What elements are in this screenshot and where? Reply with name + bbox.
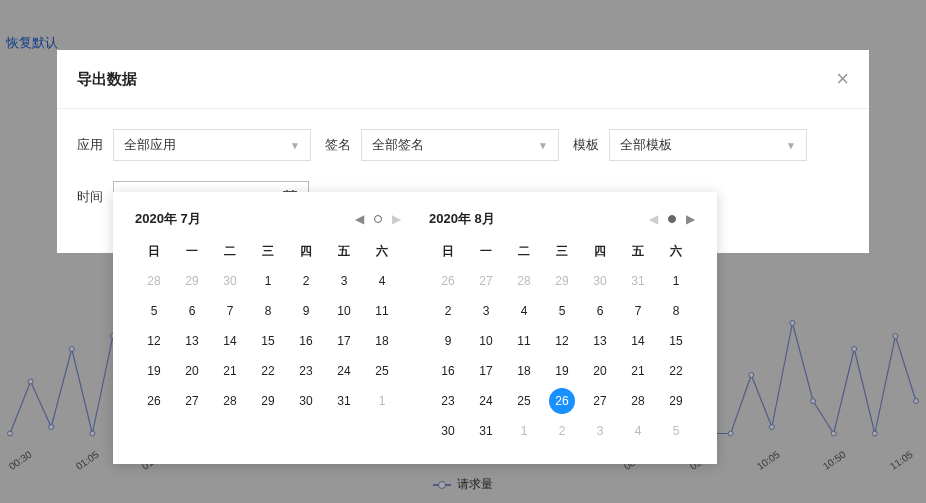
calendar-day[interactable]: 2 [429, 296, 467, 326]
weekday-header: 六 [657, 236, 695, 266]
calendar-day[interactable]: 1 [363, 386, 401, 416]
calendar-day[interactable]: 31 [467, 416, 505, 446]
calendar-day[interactable]: 25 [505, 386, 543, 416]
calendar-day[interactable]: 29 [657, 386, 695, 416]
calendar-day[interactable]: 9 [429, 326, 467, 356]
calendar-day[interactable]: 26 [135, 386, 173, 416]
calendar-day[interactable]: 12 [135, 326, 173, 356]
calendar-day[interactable]: 3 [467, 296, 505, 326]
calendar-day[interactable]: 5 [543, 296, 581, 326]
calendar-day[interactable]: 18 [505, 356, 543, 386]
calendar-day[interactable]: 18 [363, 326, 401, 356]
sign-select[interactable]: 全部签名 ▼ [361, 129, 559, 161]
calendar-day[interactable]: 14 [211, 326, 249, 356]
calendar-popup: 2020年 7月 ◀ ▶ 日一二三四五六28293012345678910111… [113, 192, 717, 464]
tpl-select[interactable]: 全部模板 ▼ [609, 129, 807, 161]
calendar-day[interactable]: 17 [467, 356, 505, 386]
cal-right-grid: 日一二三四五六262728293031123456789101112131415… [423, 236, 701, 446]
calendar-day[interactable]: 8 [249, 296, 287, 326]
calendar-day[interactable]: 9 [287, 296, 325, 326]
calendar-day[interactable]: 16 [429, 356, 467, 386]
calendar-day[interactable]: 2 [543, 416, 581, 446]
weekday-header: 六 [363, 236, 401, 266]
calendar-day[interactable]: 1 [249, 266, 287, 296]
weekday-header: 五 [325, 236, 363, 266]
prev-month-icon[interactable]: ◀ [355, 212, 364, 226]
calendar-day[interactable]: 20 [581, 356, 619, 386]
calendar-day[interactable]: 19 [543, 356, 581, 386]
next-month-icon[interactable]: ▶ [686, 212, 695, 226]
calendar-day[interactable]: 4 [363, 266, 401, 296]
calendar-day[interactable]: 27 [173, 386, 211, 416]
calendar-day[interactable]: 29 [543, 266, 581, 296]
calendar-day[interactable]: 2 [287, 266, 325, 296]
calendar-day[interactable]: 30 [581, 266, 619, 296]
calendar-day[interactable]: 30 [287, 386, 325, 416]
calendar-day[interactable]: 13 [173, 326, 211, 356]
calendar-day[interactable]: 5 [657, 416, 695, 446]
calendar-day[interactable]: 27 [467, 266, 505, 296]
today-icon[interactable] [374, 215, 382, 223]
calendar-day[interactable]: 15 [249, 326, 287, 356]
calendar-day[interactable]: 28 [619, 386, 657, 416]
calendar-day[interactable]: 3 [581, 416, 619, 446]
calendar-day[interactable]: 6 [173, 296, 211, 326]
calendar-day[interactable]: 1 [657, 266, 695, 296]
today-icon[interactable] [668, 215, 676, 223]
weekday-header: 二 [505, 236, 543, 266]
calendar-day[interactable]: 31 [325, 386, 363, 416]
calendar-day[interactable]: 4 [505, 296, 543, 326]
modal-title: 导出数据 [77, 70, 137, 89]
calendar-day[interactable]: 23 [429, 386, 467, 416]
calendar-day[interactable]: 29 [249, 386, 287, 416]
weekday-header: 二 [211, 236, 249, 266]
calendar-day[interactable]: 5 [135, 296, 173, 326]
calendar-day[interactable]: 24 [467, 386, 505, 416]
calendar-day[interactable]: 23 [287, 356, 325, 386]
calendar-day[interactable]: 11 [505, 326, 543, 356]
calendar-day[interactable]: 28 [505, 266, 543, 296]
calendar-day[interactable]: 22 [249, 356, 287, 386]
calendar-day[interactable]: 4 [619, 416, 657, 446]
calendar-day[interactable]: 17 [325, 326, 363, 356]
calendar-day[interactable]: 14 [619, 326, 657, 356]
calendar-right-panel: 2020年 8月 ◀ ▶ 日一二三四五六26272829303112345678… [415, 202, 709, 450]
calendar-day[interactable]: 26 [429, 266, 467, 296]
calendar-day[interactable]: 30 [429, 416, 467, 446]
calendar-day[interactable]: 10 [325, 296, 363, 326]
chevron-down-icon: ▼ [290, 140, 300, 151]
calendar-day[interactable]: 6 [581, 296, 619, 326]
calendar-day[interactable]: 22 [657, 356, 695, 386]
calendar-day[interactable]: 21 [619, 356, 657, 386]
tpl-label: 模板 [573, 136, 599, 154]
calendar-day[interactable]: 16 [287, 326, 325, 356]
calendar-day[interactable]: 11 [363, 296, 401, 326]
calendar-day[interactable]: 12 [543, 326, 581, 356]
calendar-day[interactable]: 28 [211, 386, 249, 416]
chevron-down-icon: ▼ [538, 140, 548, 151]
calendar-day[interactable]: 7 [211, 296, 249, 326]
calendar-day[interactable]: 1 [505, 416, 543, 446]
calendar-day[interactable]: 8 [657, 296, 695, 326]
calendar-day[interactable]: 19 [135, 356, 173, 386]
calendar-day[interactable]: 29 [173, 266, 211, 296]
weekday-header: 一 [173, 236, 211, 266]
calendar-day[interactable]: 3 [325, 266, 363, 296]
app-select[interactable]: 全部应用 ▼ [113, 129, 311, 161]
calendar-day[interactable]: 31 [619, 266, 657, 296]
calendar-day[interactable]: 21 [211, 356, 249, 386]
calendar-day[interactable]: 25 [363, 356, 401, 386]
calendar-day[interactable]: 30 [211, 266, 249, 296]
calendar-day[interactable]: 10 [467, 326, 505, 356]
calendar-day[interactable]: 15 [657, 326, 695, 356]
calendar-day[interactable]: 13 [581, 326, 619, 356]
calendar-day[interactable]: 20 [173, 356, 211, 386]
calendar-day[interactable]: 24 [325, 356, 363, 386]
sign-label: 签名 [325, 136, 351, 154]
sign-select-value: 全部签名 [372, 136, 424, 154]
calendar-day[interactable]: 26 [543, 386, 581, 416]
calendar-day[interactable]: 27 [581, 386, 619, 416]
calendar-day[interactable]: 7 [619, 296, 657, 326]
calendar-day[interactable]: 28 [135, 266, 173, 296]
close-icon[interactable]: × [836, 68, 849, 90]
